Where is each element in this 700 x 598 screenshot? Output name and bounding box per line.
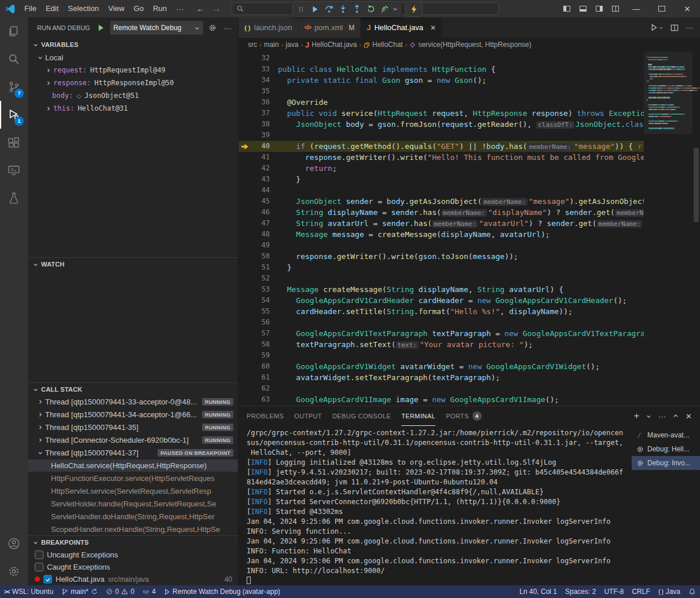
menu-run[interactable]: Run xyxy=(148,0,171,17)
debug-restart-button[interactable] xyxy=(364,2,378,16)
toolbar-gripper-icon[interactable] xyxy=(294,2,308,16)
minimap[interactable] xyxy=(644,52,692,406)
branch-indicator[interactable]: main* xyxy=(57,585,102,598)
window-maximize-button[interactable] xyxy=(649,0,675,17)
breadcrumb-item[interactable]: java xyxy=(285,41,298,49)
code-line[interactable]: 36 @Override xyxy=(239,97,644,108)
chevron-right-icon[interactable] xyxy=(36,425,44,430)
code-line[interactable]: 37 public void service(HttpRequest reque… xyxy=(239,108,644,119)
call-stack-thread[interactable]: Thread [Connector-Scheduler-6920b0bc-1] … xyxy=(28,434,238,447)
code-line[interactable]: 53 Message createMessage(String displayN… xyxy=(239,284,644,295)
debug-settings-gear-icon[interactable] xyxy=(207,24,218,32)
debug-step-out-button[interactable] xyxy=(350,2,364,16)
call-stack-thread[interactable]: Thread [qtp1500079441-35] RUNNING xyxy=(28,421,238,434)
stack-frame[interactable]: HttpFunctionExecutor.service(HttpServlet… xyxy=(28,472,238,484)
nav-back-icon[interactable]: ← xyxy=(196,4,204,13)
new-terminal-button[interactable]: + xyxy=(634,411,639,421)
code-line[interactable]: 47 String avatarUrl = sender.has(memberN… xyxy=(239,218,644,229)
settings-gear-icon[interactable] xyxy=(0,557,28,585)
code-line[interactable]: 44 xyxy=(239,185,644,196)
code-line[interactable]: 62 xyxy=(239,383,644,394)
code-line[interactable]: 51 } xyxy=(239,262,644,273)
breadcrumb-item[interactable]: service(HttpRequest, HttpResponse) xyxy=(409,41,531,49)
chevron-right-icon[interactable] xyxy=(36,399,44,404)
breakpoint-row[interactable]: Caught Exceptions xyxy=(28,561,238,573)
window-close-button[interactable]: ✕ xyxy=(675,0,700,17)
debug-step-over-button[interactable] xyxy=(322,2,336,16)
call-stack-thread[interactable]: Thread [qtp1500079441-37] PAUSED ON BREA… xyxy=(28,447,238,460)
breadcrumb-item[interactable]: main xyxy=(264,41,279,49)
chevron-right-icon[interactable] xyxy=(36,437,44,443)
panel-more-actions-icon[interactable]: ··· xyxy=(658,412,666,421)
variable-row[interactable]: this: HelloChat@31 xyxy=(28,102,238,115)
code-line[interactable]: 38 JsonObject body = gson.fromJson(reque… xyxy=(239,119,644,130)
code-line[interactable]: 49 xyxy=(239,240,644,251)
code-line[interactable]: 59 xyxy=(239,350,644,361)
chevron-right-icon[interactable] xyxy=(44,68,52,73)
terminal-instance[interactable]: Debug: Hell... xyxy=(632,442,700,456)
scope-local[interactable]: Local xyxy=(28,51,238,64)
chevron-right-icon[interactable] xyxy=(44,106,52,111)
menu-overflow-button[interactable]: ··· xyxy=(171,5,188,13)
activity-explorer-icon[interactable] xyxy=(0,17,28,45)
activity-run-and-debug-icon[interactable]: 1 xyxy=(0,101,28,129)
call-stack-thread[interactable]: Thread [qtp1500079441-33-acceptor-0@48..… xyxy=(28,396,238,409)
tab-problems[interactable]: PROBLEMS xyxy=(247,406,284,426)
window-minimize-button[interactable]: ― xyxy=(624,0,649,17)
tab-output[interactable]: OUTPUT xyxy=(294,406,322,426)
ports-indicator[interactable]: 4 xyxy=(138,585,160,598)
activity-search-icon[interactable] xyxy=(0,45,28,73)
code-editor[interactable]: 3233public class HelloChat implements Ht… xyxy=(239,52,700,406)
variable-row[interactable]: response: HttpResponseImpl@50 xyxy=(28,76,238,89)
notifications-bell[interactable] xyxy=(684,585,700,598)
chevron-right-icon[interactable] xyxy=(36,412,44,417)
code-line[interactable]: 55 cardHeader.setTitle(String.format("He… xyxy=(239,306,644,317)
code-line[interactable]: 57 GoogleAppsCardV1TextParagraph textPar… xyxy=(239,328,644,339)
menu-edit[interactable]: Edit xyxy=(41,0,63,17)
code-line[interactable]: 61 avatarWidget.setTextParagraph(textPar… xyxy=(239,372,644,383)
code-line[interactable]: 63 GoogleAppsCardV1Image image = new Goo… xyxy=(239,394,644,405)
sync-icon[interactable] xyxy=(91,588,98,595)
menu-go[interactable]: Go xyxy=(129,0,148,17)
call-stack-header[interactable]: CALL STACK xyxy=(28,383,238,396)
debug-config-dropdown[interactable]: Remote Watch Debug xyxy=(110,21,203,35)
hot-code-replace-button[interactable] xyxy=(405,1,423,17)
code-line[interactable]: 58 textParagraph.setText(text:"Your avat… xyxy=(239,339,644,350)
code-line[interactable]: 52 xyxy=(239,273,644,284)
debug-step-into-button[interactable] xyxy=(336,2,350,16)
run-java-button[interactable] xyxy=(650,24,664,31)
customize-layout-icon[interactable] xyxy=(607,0,624,17)
code-line[interactable]: 54 GoogleAppsCardV1CardHeader cardHeader… xyxy=(239,295,644,306)
editor-more-actions-icon[interactable]: ··· xyxy=(686,23,693,32)
encoding[interactable]: UTF-8 xyxy=(600,585,628,598)
debug-session-indicator[interactable]: Remote Watch Debug (avatar-app) xyxy=(160,585,284,598)
variable-row[interactable]: body: ◇ JsonObject@51 xyxy=(28,89,238,102)
code-line[interactable]: 56 xyxy=(239,317,644,328)
editor-scrollbar[interactable] xyxy=(692,52,700,406)
tab-ports[interactable]: PORTS 4 xyxy=(446,406,482,426)
toggle-sidebar-icon[interactable] xyxy=(559,0,575,17)
terminal-dropdown-icon[interactable] xyxy=(646,414,651,419)
debug-disconnect-button[interactable] xyxy=(378,2,391,16)
nav-forward-icon[interactable]: → xyxy=(212,4,221,13)
menu-file[interactable]: File xyxy=(20,0,41,17)
code-line[interactable]: 41 response.getWriter().write("Hello! Th… xyxy=(239,152,644,163)
chevron-right-icon[interactable] xyxy=(44,81,52,86)
maximize-panel-icon[interactable] xyxy=(673,413,679,419)
eol-sequence[interactable]: CRLF xyxy=(628,585,654,598)
debug-disconnect-dropdown-icon[interactable] xyxy=(391,2,398,16)
breadcrumb-item[interactable]: J HelloChat.java xyxy=(305,41,357,49)
split-editor-icon[interactable] xyxy=(670,24,679,32)
menu-selection[interactable]: Selection xyxy=(63,0,103,17)
close-panel-icon[interactable]: ✕ xyxy=(686,412,692,421)
code-line[interactable]: 33public class HelloChat implements Http… xyxy=(239,64,644,75)
tab-launch-json[interactable]: { } launch.json xyxy=(239,17,299,38)
close-icon[interactable]: ✕ xyxy=(430,24,436,32)
tab-debug-console[interactable]: DEBUG CONSOLE xyxy=(332,406,391,426)
breakpoint-row[interactable]: HelloChat.java src/main/java 40 xyxy=(28,573,238,585)
checkbox-unchecked[interactable] xyxy=(35,563,43,571)
variables-header[interactable]: VARIABLES xyxy=(28,38,238,51)
debug-continue-button[interactable] xyxy=(308,2,322,16)
breakpoints-header[interactable]: BREAKPOINTS xyxy=(28,536,238,549)
checkbox-checked[interactable] xyxy=(43,575,52,584)
